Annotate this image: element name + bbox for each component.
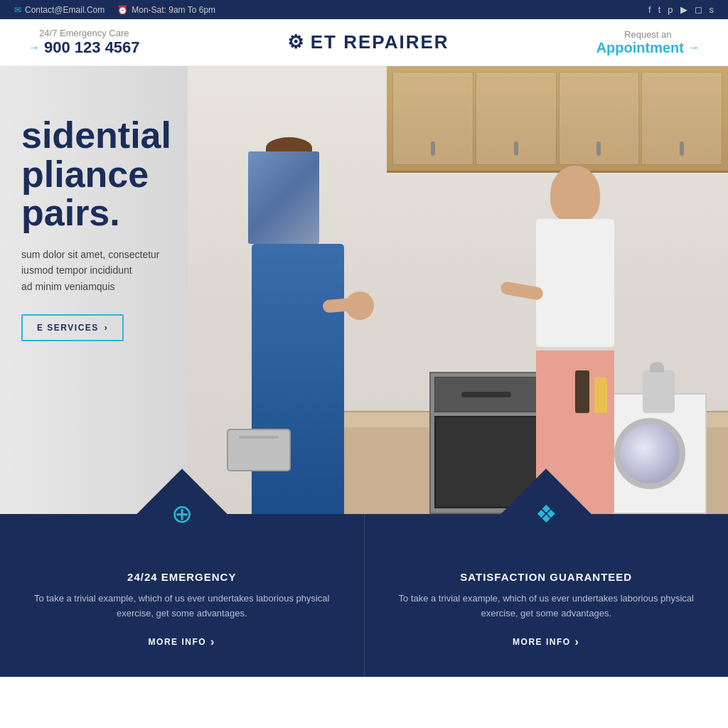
emergency-icon: ⊕ — [171, 499, 193, 529]
hero-title-line2: pliance — [21, 155, 213, 194]
appointment-cta: Request an Appointment — [596, 29, 700, 56]
feature-satisfaction-title: SATISFACTION GUARANTEED — [460, 571, 632, 583]
email-info: ✉ Contact@Email.Com — [14, 5, 105, 15]
appointment-label: Request an — [624, 29, 672, 40]
hero-title-line1: sidential — [21, 116, 213, 155]
feature-emergency: ⊕ 24/24 EMERGENCY To take a trivial exam… — [0, 514, 365, 677]
email-icon: ✉ — [14, 5, 21, 15]
hero-section: sidential pliance pairs. sum dolor sit a… — [0, 66, 728, 514]
satisfaction-icon-wrap: ❖ — [525, 493, 567, 535]
tech-shirt — [248, 151, 319, 244]
bottle-item — [575, 370, 589, 413]
clock-icon: ⏰ — [117, 5, 128, 15]
brand-name: ET REPAIRER — [311, 31, 449, 53]
brand-logo[interactable]: ⚙ET REPAIRER — [287, 31, 449, 53]
cabinet-door-3 — [559, 72, 640, 165]
handshake — [346, 291, 374, 320]
woman-head — [550, 166, 600, 223]
feature-satisfaction: ❖ SATISFACTION GUARANTEED To take a triv… — [365, 514, 729, 677]
woman-figure — [529, 166, 636, 514]
hero-desc-2: iusmod tempor incididunt — [21, 262, 213, 278]
hours-info: ⏰ Mon-Sat: 9am To 6pm — [117, 5, 215, 15]
services-button-arrow: › — [105, 323, 109, 333]
tech-briefcase — [227, 429, 291, 471]
cabinet-door-1 — [392, 72, 473, 165]
jar-item — [594, 378, 607, 413]
emergency-icon-wrap: ⊕ — [161, 493, 203, 535]
tech-overalls — [252, 244, 344, 514]
kitchen-cabinets — [387, 66, 728, 173]
hero-title: sidential pliance pairs. — [21, 116, 213, 232]
feature-satisfaction-link-label: MORE INFO — [513, 637, 571, 647]
skype-icon[interactable]: s — [710, 4, 714, 15]
cabinet-door-2 — [476, 72, 557, 165]
twitter-icon[interactable]: t — [658, 4, 661, 15]
appointment-link[interactable]: Appointment — [596, 40, 700, 56]
email-text: Contact@Email.Com — [25, 5, 105, 15]
hero-content: sidential pliance pairs. sum dolor sit a… — [0, 102, 228, 355]
hero-image — [188, 66, 728, 514]
hero-title-line3: pairs. — [21, 193, 213, 232]
kettle-item — [643, 370, 675, 413]
feature-satisfaction-link[interactable]: MORE INFO — [513, 636, 579, 648]
satisfaction-icon: ❖ — [535, 500, 557, 528]
top-bar-left: ✉ Contact@Email.Com ⏰ Mon-Sat: 9am To 6p… — [14, 5, 215, 15]
site-header: 24/7 Emergency Care 900 123 4567 ⚙ET REP… — [0, 19, 728, 66]
emergency-contact: 24/7 Emergency Care 900 123 4567 — [28, 28, 140, 57]
gear-icon: ⚙ — [287, 31, 305, 53]
hero-desc-3: ad minim veniamquis — [21, 279, 213, 294]
hours-text: Mon-Sat: 9am To 6pm — [132, 5, 215, 15]
top-bar: ✉ Contact@Email.Com ⏰ Mon-Sat: 9am To 6p… — [0, 0, 728, 19]
cabinet-door-4 — [641, 72, 722, 165]
feature-emergency-link[interactable]: MORE INFO — [149, 636, 215, 648]
facebook-icon[interactable]: f — [648, 4, 651, 15]
pinterest-icon[interactable]: p — [668, 4, 673, 15]
technician-figure — [237, 137, 358, 514]
youtube-icon[interactable]: ▶ — [680, 4, 687, 15]
feature-emergency-title: 24/24 EMERGENCY — [127, 571, 236, 583]
feature-emergency-link-label: MORE INFO — [149, 637, 207, 647]
hero-description: sum dolor sit amet, consectetur iusmod t… — [21, 247, 213, 294]
services-button-label: E SERVICES — [37, 323, 99, 333]
instagram-icon[interactable]: ◻ — [695, 4, 702, 15]
hero-desc-1: sum dolor sit amet, consectetur — [21, 247, 213, 262]
woman-top — [536, 219, 614, 347]
emergency-label: 24/7 Emergency Care — [39, 28, 129, 38]
phone-number[interactable]: 900 123 4567 — [28, 38, 140, 57]
feature-satisfaction-desc: To take a trivial example, which of us e… — [393, 592, 700, 621]
feature-emergency-desc: To take a trivial example, which of us e… — [28, 592, 336, 621]
social-links: f t p ▶ ◻ s — [648, 4, 714, 15]
services-button[interactable]: E SERVICES › — [21, 314, 124, 341]
features-section: ⊕ 24/24 EMERGENCY To take a trivial exam… — [0, 514, 728, 677]
